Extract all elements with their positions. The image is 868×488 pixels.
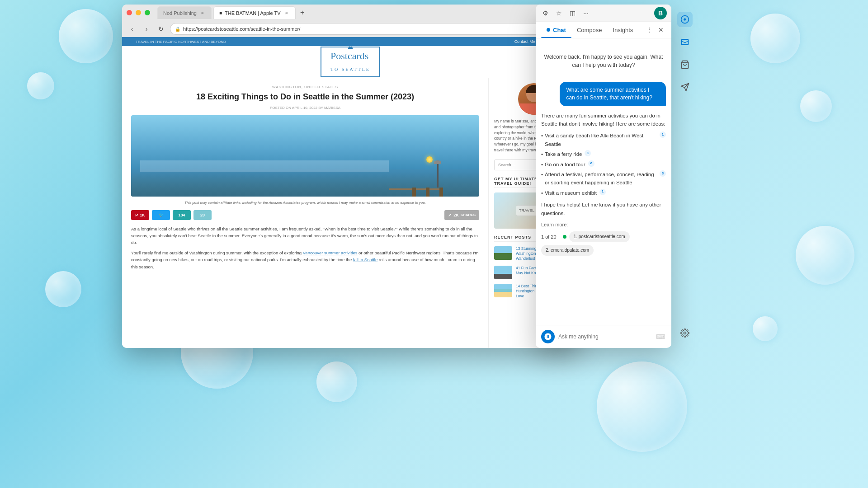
learn-more-links: 1 of 20 1. postcardstoseattle.com 2. eme… [541, 231, 666, 256]
citation-2[interactable]: 1 [585, 150, 591, 156]
topbar-contact-link[interactable]: Contact Me [514, 39, 535, 44]
extensions-icon[interactable]: ◫ [567, 8, 577, 18]
tab-close-icon[interactable]: ✕ [656, 25, 666, 35]
refresh-button[interactable]: ↻ [156, 23, 166, 34]
svg-rect-1 [682, 39, 689, 45]
bing-chat-content: Welcome back. I'm happy to see you again… [536, 38, 671, 325]
article-hero-image [131, 115, 479, 197]
bing-logo[interactable]: B [654, 7, 667, 19]
article-meta: POSTED ON APRIL 10, 2022 BY MARISSA [131, 106, 479, 110]
twitter-share-btn[interactable]: 🐦 [152, 210, 170, 220]
activity-text-4: Attend a festival, performance, concert,… [545, 170, 657, 187]
recent-post-1-thumb [494, 246, 512, 260]
bing-sidebar-icons [676, 5, 694, 348]
citation-1[interactable]: 1 [660, 131, 666, 138]
learn-link-2[interactable]: 2. emeraldpalate.com [541, 245, 594, 256]
window-max-btn[interactable] [145, 10, 150, 15]
bing-input-area: ⌨ [536, 325, 671, 348]
citation-3[interactable]: 2 [588, 160, 594, 167]
bing-tab-insights[interactable]: Insights [608, 22, 639, 38]
pinterest-share-btn[interactable]: P 1K [131, 210, 149, 220]
lamp-post [437, 160, 439, 188]
bing-tab-compose-label: Compose [577, 27, 602, 33]
bing-top-icons: ⚙ ☆ ◫ ··· [540, 8, 591, 18]
activity-text-2: Take a ferry ride [545, 150, 582, 158]
tab-batman-close[interactable]: ✕ [283, 10, 290, 16]
article-caption: This post may contain affiliate links, i… [131, 200, 479, 205]
bot-intro-text: There are many fun summer activities you… [541, 113, 665, 127]
share-teal-btn[interactable]: 184 [173, 210, 191, 220]
site-logo[interactable]: PostcardsTO SEATTLE [321, 47, 380, 77]
address-url: https://postcardstoseattle.com/seattle-i… [183, 26, 300, 32]
sidebar-bottom-settings-icon[interactable] [677, 325, 693, 341]
bing-tab-dot [547, 28, 550, 32]
twitter-icon: 🐦 [159, 213, 164, 217]
bing-tab-compose[interactable]: Compose [571, 22, 608, 38]
article-body-2: You'll rarely find me outside of Washing… [131, 249, 479, 270]
bing-topbar: ⚙ ☆ ◫ ··· B [536, 5, 671, 22]
vancouver-link[interactable]: Vancouver summer activities [303, 250, 358, 255]
user-chat-message: What are some summer activities I can do… [560, 82, 666, 106]
bing-tab-insights-label: Insights [613, 27, 633, 33]
browser-tabs: Nod Publishing ✕ ■ THE BATMAN | Apple TV… [157, 6, 574, 19]
browser-addressbar: ‹ › ↻ 🔒 https://postcardstoseattle.com/s… [122, 21, 579, 37]
tab-nod-publishing[interactable]: Nod Publishing ✕ [157, 6, 212, 19]
social-share-bar: P 1K 🐦 184 20 ↗ 2K SHARES [131, 210, 479, 220]
bubble-decoration [800, 90, 832, 122]
citation-5[interactable]: 1 [599, 189, 606, 195]
site-header: PostcardsTO SEATTLE [122, 46, 579, 78]
sidebar-send-icon[interactable] [677, 80, 693, 95]
citation-4[interactable]: 3 [660, 170, 666, 177]
activity-item-5: Visit a museum exhibit 1 [541, 188, 666, 198]
sidebar-copilot-icon[interactable] [677, 12, 693, 27]
bubble-decoration [753, 316, 778, 341]
learn-link-1[interactable]: 1. postcardstoseattle.com [569, 231, 630, 242]
learn-more-count: 1 of 20 [541, 233, 557, 241]
article-body-1: As a longtime local of Seattle who thriv… [131, 225, 479, 246]
sidebar-outlook-icon[interactable] [677, 34, 693, 50]
learn-more-section: Learn more: 1 of 20 1. postcardstoseattl… [541, 221, 666, 256]
article-location: WASHINGTON, UNITED STATES [131, 85, 479, 89]
tab-more-icon[interactable]: ⋮ [644, 25, 654, 35]
forward-button[interactable]: › [141, 23, 152, 34]
sidebar-shop-icon[interactable] [677, 57, 693, 72]
green-status-dot [563, 235, 566, 239]
learn-more-label: Learn more: [541, 221, 666, 229]
bubble-decoration [45, 271, 81, 307]
window-close-btn[interactable] [127, 10, 132, 15]
bot-activities-list: Visit a sandy beach like Alki Beach in W… [541, 131, 666, 198]
tab-batman[interactable]: ■ THE BATMAN | Apple TV ✕ [213, 6, 296, 19]
bing-tab-chat-label: Chat [553, 27, 566, 33]
more-icon[interactable]: ··· [581, 8, 591, 18]
main-article: WASHINGTON, UNITED STATES 18 Exciting Th… [122, 78, 488, 348]
bubble-decoration [27, 72, 54, 99]
activity-text-1: Visit a sandy beach like Alki Beach in W… [545, 131, 657, 148]
share-light-btn[interactable]: 20 [193, 210, 212, 220]
bing-chat-input[interactable] [558, 333, 651, 340]
activity-item-4: Attend a festival, performance, concert,… [541, 169, 666, 188]
bing-input-bing-icon[interactable] [541, 330, 555, 343]
bubble-decoration [750, 14, 800, 63]
topbar-travel-text: TRAVEL IN THE PACIFIC NORTHWEST AND BEYO… [136, 40, 226, 44]
new-tab-btn[interactable]: + [299, 9, 306, 16]
tab-batman-label: THE BATMAN | Apple TV [225, 10, 281, 16]
bubble-decoration [59, 9, 113, 63]
window-min-btn[interactable] [136, 10, 141, 15]
bot-outro-text: I hope this helps! Let me know if you ha… [541, 202, 661, 216]
article-title: 18 Exciting Things to Do in Seattle in t… [131, 92, 479, 102]
favorites-icon[interactable]: ☆ [554, 8, 564, 18]
share-count-btn[interactable]: ↗ 2K SHARES [444, 210, 479, 220]
bing-tab-chat[interactable]: Chat [541, 22, 571, 38]
activity-text-3: Go on a food tour [545, 160, 585, 169]
content-area: WASHINGTON, UNITED STATES 18 Exciting Th… [122, 78, 579, 348]
settings-icon[interactable]: ⚙ [540, 8, 550, 18]
tab-nod-close[interactable]: ✕ [199, 10, 206, 16]
address-bar[interactable]: 🔒 https://postcardstoseattle.com/seattle… [170, 23, 574, 35]
bubble-decoration [796, 226, 854, 285]
bing-keyboard-icon[interactable]: ⌨ [655, 331, 666, 342]
bing-tabs: Chat Compose Insights ⋮ ✕ [536, 22, 671, 38]
back-button[interactable]: ‹ [127, 23, 137, 34]
fall-seattle-link[interactable]: fall in Seattle [353, 257, 377, 262]
browser-window: Nod Publishing ✕ ■ THE BATMAN | Apple TV… [122, 5, 579, 348]
svg-point-5 [684, 332, 686, 334]
